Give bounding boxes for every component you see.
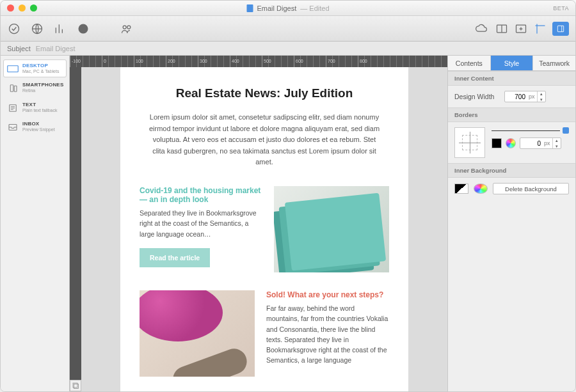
bg-color-swatch[interactable] [454, 184, 468, 194]
edited-indicator: — Edited [300, 4, 329, 12]
subject-label: Subject [7, 45, 31, 52]
inspector: Contents Style Teamwork Inner Content De… [447, 56, 575, 391]
article-block-1[interactable]: Covid-19 and the housing market — an in … [140, 186, 389, 272]
section-inner-content: Inner Content [448, 71, 575, 86]
article-image[interactable] [274, 186, 389, 272]
svg-rect-9 [10, 85, 13, 92]
canvas: -100 0 100 200 300 400 500 600 700 800 R… [70, 56, 447, 391]
collaborator-icon[interactable] [120, 22, 134, 36]
beta-badge: BETA [553, 5, 569, 12]
svg-point-0 [10, 24, 19, 33]
window-controls [7, 4, 37, 12]
svg-rect-14 [74, 384, 79, 389]
check-badge-icon[interactable] [76, 22, 90, 36]
width-stepper[interactable]: ▴▾ [537, 91, 545, 102]
row-inner-background: Delete Background [454, 183, 569, 194]
email-intro[interactable]: Lorem ipsum dolor sit amet, consetetur s… [140, 112, 389, 168]
analytics-icon[interactable] [53, 22, 67, 36]
layout-split-icon[interactable] [495, 22, 509, 36]
device-desktop[interactable]: DESKTOP Mac, PC & Tablets [3, 59, 67, 77]
article-title[interactable]: Sold! What are your next steps? [266, 290, 389, 299]
phone-icon [7, 84, 19, 93]
unit-label: px [542, 140, 552, 146]
ruler-vertical [70, 67, 81, 391]
design-width-field[interactable] [505, 93, 527, 100]
device-sub: Plain text fallback [22, 108, 57, 113]
minimize-icon[interactable] [19, 4, 26, 12]
main: DESKTOP Mac, PC & Tablets SMARTPHONES Re… [1, 56, 575, 391]
device-sub: Preview Snippet [22, 127, 55, 132]
globe-icon[interactable] [30, 22, 44, 36]
window-title-text: Email Digest [257, 4, 297, 12]
section-borders: Borders [448, 107, 575, 122]
desktop-icon [7, 65, 19, 74]
inspector-tabs: Contents Style Teamwork [448, 56, 575, 71]
article-image[interactable] [140, 290, 255, 377]
device-sub: Retina [22, 88, 63, 93]
send-test-icon[interactable] [7, 22, 21, 36]
svg-point-3 [123, 26, 126, 29]
article-body[interactable]: Far far away, behind the word mountains,… [266, 303, 389, 366]
toolbar [1, 16, 575, 42]
chevron-up-icon: ▴ [553, 137, 561, 143]
subject-value: Email Digest [36, 45, 76, 52]
maximize-icon[interactable] [30, 4, 37, 12]
border-width-field[interactable] [520, 140, 542, 147]
chevron-up-icon: ▴ [538, 91, 545, 97]
device-sub: Mac, PC & Tablets [22, 69, 59, 74]
device-sidebar: DESKTOP Mac, PC & Tablets SMARTPHONES Re… [1, 56, 70, 391]
svg-rect-13 [73, 383, 77, 388]
ruler-horizontal: -100 0 100 200 300 400 500 600 700 800 [70, 56, 447, 67]
guides-icon[interactable] [533, 22, 547, 36]
inspector-toggle-button[interactable] [552, 22, 569, 36]
section-inner-background: Inner Background [448, 163, 575, 178]
row-design-width: Design Width px ▴▾ [454, 91, 569, 102]
svg-rect-8 [8, 66, 19, 72]
border-width-input[interactable]: px ▴▾ [520, 137, 561, 149]
titlebar: Email Digest — Edited BETA [1, 1, 575, 16]
tab-style[interactable]: Style [491, 56, 534, 70]
device-title: INBOX [22, 122, 55, 127]
delete-background-button[interactable]: Delete Background [493, 183, 569, 194]
device-inbox[interactable]: INBOX Preview Snippet [3, 118, 67, 136]
window-title: Email Digest — Edited [247, 4, 330, 12]
svg-rect-7 [557, 26, 563, 31]
borders-panel: px ▴▾ [454, 127, 569, 158]
border-style-slider[interactable] [492, 127, 569, 134]
article-body[interactable]: Separated they live in Bookmarksgrove ri… [140, 208, 262, 239]
device-smartphones[interactable]: SMARTPHONES Retina [3, 79, 67, 97]
document-icon [247, 4, 253, 12]
design-width-label: Design Width [454, 93, 499, 100]
chevron-down-icon: ▾ [538, 97, 545, 102]
color-picker-icon[interactable] [506, 138, 516, 148]
tab-contents[interactable]: Contents [448, 56, 491, 70]
chevron-down-icon: ▾ [553, 143, 561, 149]
canvas-scroll[interactable]: Real Estate News: July Edition Lorem ips… [81, 67, 447, 391]
bg-color-picker-icon[interactable] [474, 184, 488, 194]
read-article-button[interactable]: Read the article [140, 248, 210, 267]
unit-label: px [527, 93, 537, 100]
close-icon[interactable] [7, 4, 14, 12]
article-block-2[interactable]: Sold! What are your next steps? Far far … [140, 290, 389, 377]
border-width-stepper[interactable]: ▴▾ [552, 137, 561, 149]
border-color-swatch[interactable] [492, 138, 502, 148]
design-width-input[interactable]: px ▴▾ [504, 91, 546, 102]
tab-teamwork[interactable]: Teamwork [533, 56, 575, 70]
inbox-icon [7, 123, 19, 132]
subject-bar[interactable]: Subject Email Digest [1, 42, 575, 56]
svg-point-2 [79, 24, 88, 33]
email-document[interactable]: Real Estate News: July Edition Lorem ips… [120, 67, 408, 391]
border-side-picker[interactable] [454, 127, 485, 158]
email-headline[interactable]: Real Estate News: July Edition [140, 86, 389, 100]
device-title: DESKTOP [22, 63, 59, 69]
text-icon [7, 104, 19, 113]
add-block-icon[interactable] [514, 22, 528, 36]
article-title[interactable]: Covid-19 and the housing market — an in … [140, 186, 262, 204]
device-text[interactable]: TEXT Plain text fallback [3, 98, 67, 116]
layers-button[interactable] [70, 380, 81, 391]
svg-rect-10 [14, 86, 17, 92]
cloud-sync-icon[interactable] [474, 22, 488, 36]
svg-point-4 [127, 26, 131, 29]
device-title: SMARTPHONES [22, 82, 63, 88]
app-window: Email Digest — Edited BETA Subject Ema [0, 0, 576, 392]
